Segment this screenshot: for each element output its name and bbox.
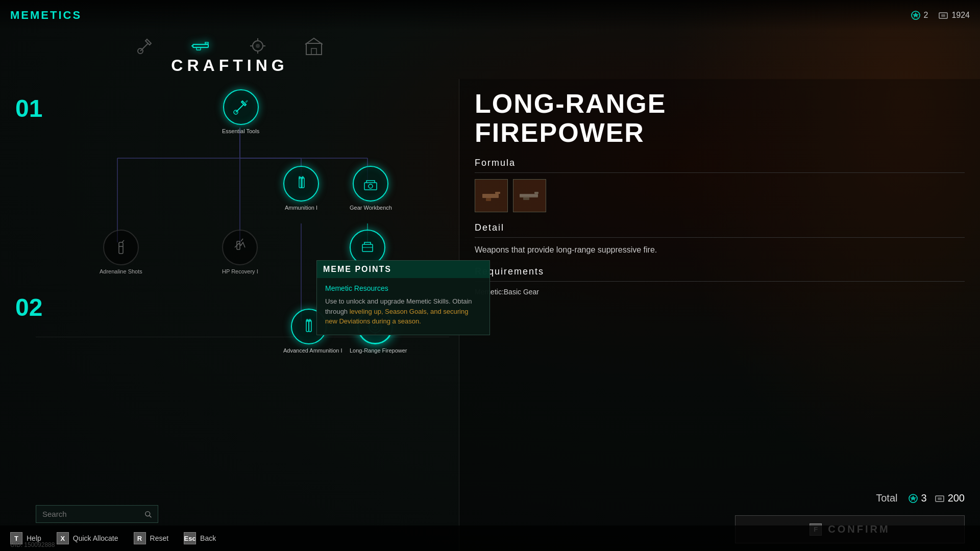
svg-rect-8 (197, 47, 201, 50)
svg-rect-29 (364, 183, 377, 190)
category-icon-weapons[interactable] (189, 33, 214, 59)
popup-title: MEME POINTS (317, 261, 489, 278)
long-range-firepower-label: Long-Range Firepower (350, 347, 401, 354)
formula-item-1 (475, 179, 508, 212)
adrenaline-shots-label: Adrenaline Shots (100, 268, 142, 274)
gear-workbench-label: Gear Workbench (350, 205, 392, 211)
quick-allocate-label: Quick Allocate (73, 534, 118, 542)
hp-recovery-1-icon (229, 236, 252, 259)
back-label: Back (200, 534, 216, 542)
adrenaline-shots-icon (109, 236, 132, 259)
svg-rect-31 (119, 242, 123, 254)
meme-points-resource: 2 (911, 10, 928, 20)
svg-rect-58 (938, 497, 942, 500)
detail-text: Weapons that provide long-range suppress… (475, 244, 965, 256)
total-area: Total 3 200 (459, 486, 980, 510)
node-essential-tools[interactable]: Essential Tools (222, 89, 259, 134)
reset-label: Reset (150, 534, 169, 542)
essential-tools-icon (229, 96, 252, 119)
svg-point-30 (369, 184, 373, 188)
reset-key: R (134, 532, 146, 544)
total-currency-icon (935, 493, 945, 504)
svg-point-10 (256, 44, 260, 48)
svg-rect-5 (193, 44, 208, 47)
category-icon-gear[interactable] (245, 33, 271, 59)
basic-gear-icon (356, 236, 379, 259)
bottom-bar: T Help X Quick Allocate R Reset Esc Back… (0, 525, 980, 551)
svg-rect-3 (941, 14, 945, 17)
category-icon-building[interactable] (301, 33, 327, 59)
svg-marker-1 (913, 12, 919, 18)
hp-recovery-1-label: HP Recovery I (222, 268, 258, 274)
total-meme-value: 3 (921, 492, 927, 504)
node-hp-recovery-1[interactable]: HP Recovery I (222, 230, 258, 274)
svg-rect-50 (486, 198, 491, 201)
quick-allocate-key: X (57, 532, 69, 544)
section-title: CRAFTING (0, 56, 459, 75)
svg-point-38 (309, 319, 311, 322)
total-currency: 200 (935, 492, 965, 504)
detail-label: Detail (475, 222, 965, 238)
svg-rect-53 (523, 197, 529, 200)
bottom-action-back[interactable]: Esc Back (184, 532, 216, 544)
item-title-line1: LONG-RANGE (475, 89, 666, 118)
meme-points-icon (911, 10, 921, 20)
meme-points-popup: MEME POINTS Memetic Resources Use to unl… (316, 260, 490, 335)
uid-text: UID: 150092888 (10, 541, 55, 548)
total-currency-value: 200 (948, 492, 965, 504)
svg-point-46 (145, 511, 150, 516)
formula-section: Formula (475, 158, 965, 212)
formula-weapon-2-icon (518, 187, 541, 205)
category-icon-tools[interactable] (133, 33, 158, 59)
svg-rect-36 (309, 320, 311, 332)
top-resources: 2 1924 (911, 10, 970, 20)
svg-rect-6 (205, 42, 208, 44)
bottom-action-quick-allocate[interactable]: X Quick Allocate (57, 532, 118, 544)
node-gear-workbench[interactable]: Gear Workbench (350, 166, 392, 211)
gear-workbench-icon (359, 172, 382, 195)
bottom-action-reset[interactable]: R Reset (134, 532, 169, 544)
currency-resource: 1924 (938, 10, 970, 20)
node-ammunition-1[interactable]: Ammunition I (283, 166, 319, 211)
popup-text: Use to unlock and upgrade Memetic Skills… (325, 296, 481, 327)
total-values: 3 200 (908, 492, 965, 504)
item-title-line2: FIREPOWER (475, 118, 645, 147)
svg-rect-51 (520, 194, 538, 197)
svg-rect-25 (299, 178, 302, 188)
total-label: Total (876, 492, 897, 504)
requirements-label: Requirements (475, 266, 965, 282)
svg-rect-11 (306, 43, 322, 55)
advanced-ammunition-1-label: Advanced Ammunition I (283, 347, 334, 354)
search-input[interactable] (42, 510, 140, 518)
formula-label: Formula (475, 158, 965, 173)
search-icon (144, 510, 152, 518)
svg-point-27 (299, 176, 301, 179)
game-title: MEMETICS (10, 9, 82, 22)
svg-point-28 (302, 176, 304, 179)
item-title: LONG-RANGE FIREPOWER (475, 89, 965, 147)
search-bar (36, 505, 158, 523)
right-panel: LONG-RANGE FIREPOWER Formula (459, 79, 980, 551)
requirements-section: Requirements Memetic:Basic Gear (475, 266, 965, 296)
svg-rect-49 (495, 192, 500, 194)
svg-point-37 (306, 319, 309, 322)
total-meme-icon (908, 493, 918, 504)
svg-rect-12 (311, 48, 316, 55)
essential-tools-label: Essential Tools (222, 128, 259, 134)
ammunition-1-icon (290, 172, 313, 195)
formula-weapon-1-icon (480, 187, 503, 205)
svg-rect-52 (534, 192, 538, 194)
svg-line-47 (150, 515, 152, 517)
popup-subtitle: Memetic Resources (325, 284, 481, 292)
currency-value: 1924 (951, 11, 970, 20)
svg-rect-33 (362, 244, 373, 252)
detail-section: Detail Weapons that provide long-range s… (475, 222, 965, 256)
ammunition-1-label: Ammunition I (285, 205, 317, 211)
back-key: Esc (184, 532, 196, 544)
svg-rect-48 (482, 194, 499, 198)
currency-icon (938, 10, 948, 20)
node-adrenaline-shots[interactable]: Adrenaline Shots (100, 230, 142, 274)
formula-items (475, 179, 965, 212)
total-meme-points: 3 (908, 492, 927, 504)
requirements-text: Memetic:Basic Gear (475, 288, 965, 296)
